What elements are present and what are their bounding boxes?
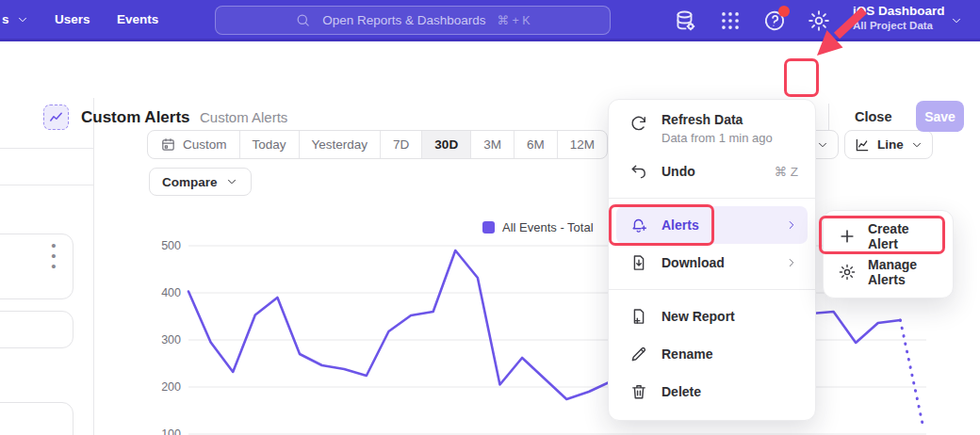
alerts-submenu: Create AlertManage Alerts [823, 210, 954, 298]
range-option-3m[interactable]: 3M [471, 131, 514, 158]
svg-text:500: 500 [161, 239, 181, 252]
submenu-item-label: Manage Alerts [868, 257, 941, 287]
range-label: 3M [483, 137, 501, 152]
menu-item-sublabel: Data from 1 min ago [662, 131, 773, 145]
settings-gear-icon[interactable] [807, 8, 831, 33]
menu-item-label: Delete [662, 384, 701, 399]
calendar-icon [160, 137, 176, 153]
range-label: 7D [393, 137, 409, 152]
menu-item-download[interactable]: Download [609, 244, 815, 282]
submenu-item-create-alert[interactable]: Create Alert [824, 218, 953, 254]
legend-label: All Events - Total [502, 220, 594, 234]
top-nav-bar: s Users Events Open Reports & Dashboards… [0, 0, 980, 41]
range-label: 6M [527, 137, 545, 152]
svg-text:300: 300 [161, 333, 181, 346]
legend-swatch [482, 221, 495, 234]
search-shortcut: ⌘ + K [498, 13, 531, 27]
svg-text:200: 200 [161, 380, 181, 394]
pencil-icon [629, 345, 648, 363]
trash-icon [629, 382, 648, 401]
chart-type-dropdown[interactable]: Line [844, 130, 933, 159]
undo-icon [629, 162, 648, 181]
nav-item-users[interactable]: Users [55, 0, 90, 39]
nav-partial-label: s [2, 12, 9, 26]
kebab-menu-icon[interactable]: ••• [46, 240, 61, 263]
compare-label: Compare [162, 175, 218, 189]
range-label: 30D [434, 137, 458, 152]
page-title: Custom Alerts [81, 108, 190, 127]
chevron-right-icon [785, 256, 798, 269]
chevron-down-icon [910, 138, 923, 152]
menu-item-rename[interactable]: Rename [609, 335, 815, 373]
help-icon[interactable] [762, 8, 787, 33]
chevron-right-icon [785, 218, 798, 232]
range-label: Yesterday [312, 137, 368, 152]
plus-icon [838, 227, 857, 246]
notification-dot [778, 6, 790, 17]
project-chevron-down-icon[interactable] [950, 14, 963, 27]
range-option-custom[interactable]: Custom [148, 131, 240, 158]
nav-item-events[interactable]: Events [117, 0, 158, 39]
menu-item-label: Download [662, 255, 725, 270]
breadcrumb: Custom Alerts [200, 109, 287, 125]
chevron-down-icon [16, 13, 29, 26]
data-management-icon[interactable] [673, 8, 697, 33]
sidebar-card[interactable] [0, 234, 74, 299]
menu-divider [609, 289, 815, 290]
menu-item-alerts[interactable]: Alerts [616, 206, 808, 244]
sidebar-row-divider [0, 185, 93, 185]
save-button[interactable]: Save [916, 101, 964, 132]
close-button[interactable]: Close [855, 109, 892, 124]
chevron-down-icon [225, 175, 238, 188]
range-label: Custom [183, 137, 227, 152]
svg-text:400: 400 [161, 286, 181, 299]
range-label: Today [253, 137, 286, 152]
range-option-7d[interactable]: 7D [381, 131, 422, 158]
global-search-input[interactable]: Open Reports & Dashboards ⌘ + K [215, 6, 611, 35]
compare-button[interactable]: Compare [149, 168, 252, 196]
svg-text:100: 100 [161, 427, 181, 435]
menu-item-label: Alerts [662, 218, 699, 233]
menu-item-delete[interactable]: Delete [609, 373, 815, 411]
range-label: 12M [570, 137, 595, 152]
sidebar-card[interactable] [0, 402, 74, 435]
bell-plus-icon [629, 216, 648, 234]
date-range-selector: CustomTodayYesterday7D30D3M6M12M [147, 130, 608, 159]
menu-item-label: Undo [662, 164, 695, 179]
search-icon [295, 12, 311, 28]
range-option-yesterday[interactable]: Yesterday [300, 131, 382, 158]
menu-divider [609, 198, 815, 199]
menu-item-label: Refresh Data [662, 112, 773, 127]
chevron-down-icon [816, 138, 829, 152]
download-icon [629, 253, 648, 272]
menu-item-label: Rename [662, 346, 712, 362]
context-menu: Refresh DataData from 1 min agoUndo⌘ ZAl… [608, 99, 816, 421]
sidebar-row-divider [0, 148, 93, 149]
line-chart-icon [854, 137, 871, 153]
sidebar-card[interactable] [0, 311, 74, 348]
range-option-today[interactable]: Today [240, 131, 300, 158]
search-placeholder: Open Reports & Dashboards [322, 13, 485, 27]
range-option-6m[interactable]: 6M [514, 131, 558, 158]
apps-grid-icon[interactable] [718, 8, 743, 33]
report-header: Custom Alerts Custom Alerts GV Duplicate… [0, 41, 980, 98]
chart-type-label: Line [877, 137, 904, 152]
sidebar-divider [93, 98, 94, 435]
menu-item-label: New Report [662, 309, 735, 324]
menu-item-undo[interactable]: Undo⌘ Z [609, 153, 815, 190]
menu-item-shortcut: ⌘ Z [775, 164, 799, 179]
report-type-icon [43, 105, 69, 130]
nav-item-partial[interactable]: s [2, 0, 29, 39]
submenu-item-label: Create Alert [868, 221, 941, 251]
refresh-icon [629, 114, 648, 133]
range-option-30d[interactable]: 30D [422, 131, 471, 158]
submenu-item-manage-alerts[interactable]: Manage Alerts [824, 254, 953, 290]
divider [828, 104, 829, 130]
new-report-icon [629, 307, 648, 326]
menu-item-refresh-data[interactable]: Refresh DataData from 1 min ago [609, 109, 815, 153]
menu-item-new-report[interactable]: New Report [609, 298, 815, 335]
gear-icon [838, 263, 857, 282]
range-option-12m[interactable]: 12M [558, 131, 607, 158]
chart-legend[interactable]: All Events - Total [482, 220, 594, 234]
